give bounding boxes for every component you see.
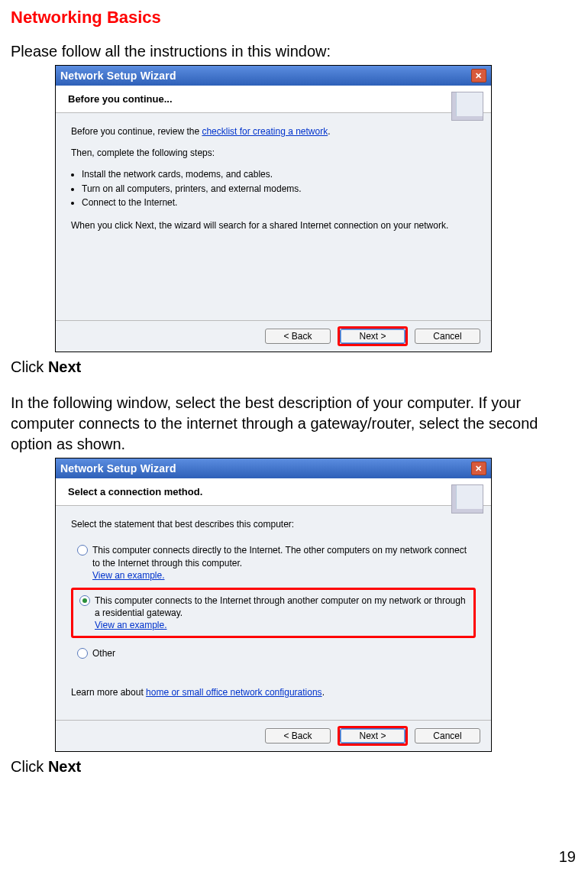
steps-list: Install the network cards, modems, and c… bbox=[82, 168, 476, 209]
middle-paragraph: In the following window, select the best… bbox=[11, 393, 577, 455]
click-next-2-pre: Click bbox=[11, 758, 48, 775]
wizard-body-2: Select the statement that best describes… bbox=[56, 506, 491, 720]
network-icon bbox=[451, 92, 483, 121]
cancel-button[interactable]: Cancel bbox=[415, 329, 480, 344]
list-item: Turn on all computers, printers, and ext… bbox=[82, 183, 476, 195]
learn-more: Learn more about home or small office ne… bbox=[71, 686, 476, 698]
opt1-text: This computer connects directly to the I… bbox=[92, 545, 467, 568]
network-icon bbox=[451, 484, 483, 514]
wizard-header-2: Select a connection method. bbox=[56, 478, 491, 506]
page-heading: Networking Basics bbox=[11, 8, 577, 28]
radio-option-1-text: This computer connects directly to the I… bbox=[92, 544, 470, 582]
close-icon[interactable]: ✕ bbox=[471, 69, 486, 83]
wizard-intro-post: . bbox=[328, 126, 330, 137]
click-next-1: Click Next bbox=[11, 357, 577, 377]
highlight-next-1: Next > bbox=[338, 326, 408, 346]
wizard-body-1: Before you continue, review the checklis… bbox=[56, 113, 491, 320]
wizard-intro-line: Before you continue, review the checklis… bbox=[71, 125, 476, 138]
button-row-1: < Back Next > Cancel bbox=[56, 320, 491, 352]
titlebar-1: Network Setup Wizard ✕ bbox=[56, 66, 491, 86]
list-item: Connect to the Internet. bbox=[82, 196, 476, 209]
next-button[interactable]: Next > bbox=[340, 329, 405, 344]
wizard-window-2: Network Setup Wizard ✕ Select a connecti… bbox=[55, 458, 492, 752]
radio-option-2[interactable]: This computer connects to the Internet t… bbox=[73, 590, 473, 637]
window-title-2: Network Setup Wizard bbox=[60, 462, 176, 475]
radio-option-2-text: This computer connects to the Internet t… bbox=[95, 595, 467, 632]
titlebar-2: Network Setup Wizard ✕ bbox=[56, 458, 491, 478]
learn-pre: Learn more about bbox=[71, 687, 146, 698]
radio-option-3-text: Other bbox=[92, 647, 470, 659]
click-next-2-bold: Next bbox=[48, 758, 81, 775]
next-button[interactable]: Next > bbox=[340, 728, 405, 744]
prompt: Select the statement that best describes… bbox=[71, 518, 476, 530]
then-line: Then, complete the following steps: bbox=[71, 147, 476, 159]
click-next-1-bold: Next bbox=[48, 358, 81, 375]
example-link-2[interactable]: View an example. bbox=[95, 620, 167, 630]
page-number: 19 bbox=[559, 848, 576, 866]
cancel-button[interactable]: Cancel bbox=[415, 728, 480, 744]
radio-icon[interactable] bbox=[77, 545, 88, 556]
click-next-2: Click Next bbox=[11, 757, 577, 777]
back-button[interactable]: < Back bbox=[265, 728, 331, 744]
highlight-option-2: This computer connects to the Internet t… bbox=[71, 588, 476, 639]
back-button[interactable]: < Back bbox=[265, 329, 331, 344]
radio-option-3[interactable]: Other bbox=[71, 643, 476, 664]
intro-text: Please follow all the instructions in th… bbox=[11, 41, 577, 62]
wizard-header-1: Before you continue... bbox=[56, 86, 491, 113]
radio-icon-selected[interactable] bbox=[79, 595, 90, 606]
radio-icon[interactable] bbox=[77, 648, 88, 659]
learn-more-link[interactable]: home or small office network configurati… bbox=[146, 687, 322, 698]
button-row-2: < Back Next > Cancel bbox=[56, 720, 491, 751]
opt2-text: This computer connects to the Internet t… bbox=[95, 595, 466, 618]
closing-line: When you click Next, the wizard will sea… bbox=[71, 219, 476, 232]
wizard-window-1: Network Setup Wizard ✕ Before you contin… bbox=[55, 65, 492, 352]
learn-post: . bbox=[322, 687, 325, 698]
click-next-1-pre: Click bbox=[11, 358, 48, 375]
checklist-link[interactable]: checklist for creating a network bbox=[202, 126, 328, 137]
wizard-header-title-1: Before you continue... bbox=[68, 93, 447, 105]
example-link-1[interactable]: View an example. bbox=[92, 570, 165, 581]
highlight-next-2: Next > bbox=[338, 726, 408, 746]
list-item: Install the network cards, modems, and c… bbox=[82, 168, 476, 180]
wizard-intro-pre: Before you continue, review the bbox=[71, 126, 202, 137]
wizard-header-title-2: Select a connection method. bbox=[68, 486, 447, 497]
close-icon[interactable]: ✕ bbox=[471, 462, 486, 475]
radio-option-1[interactable]: This computer connects directly to the I… bbox=[71, 539, 476, 586]
window-title-1: Network Setup Wizard bbox=[60, 70, 176, 82]
